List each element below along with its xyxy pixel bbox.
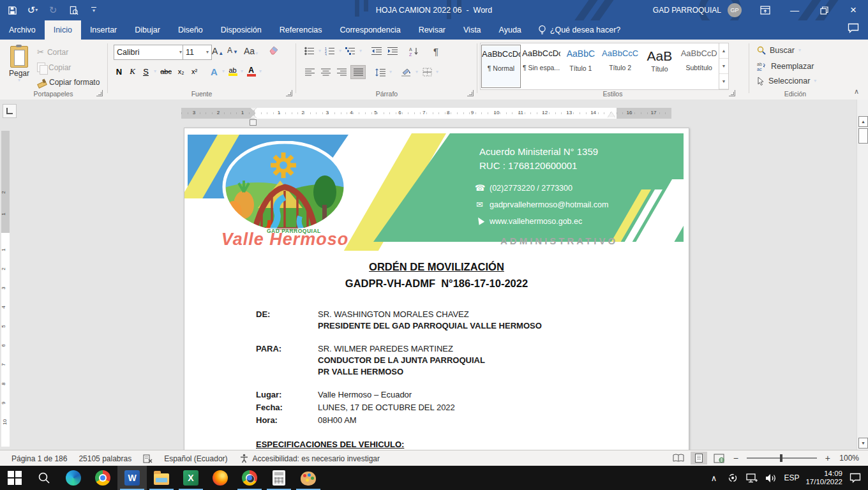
paste-button[interactable]: Pegar ▾ (5, 43, 33, 94)
action-center-button[interactable] (849, 471, 862, 484)
print-preview-button[interactable] (66, 3, 80, 17)
avatar[interactable]: GP (728, 3, 742, 17)
estilos-dialog-launcher[interactable] (729, 90, 735, 96)
shading-dropdown[interactable]: ▾ (415, 70, 418, 75)
align-right-button[interactable] (334, 66, 348, 78)
numbering-button[interactable]: 123 (323, 45, 337, 57)
taskbar-chrome[interactable] (88, 466, 117, 490)
scroll-down-button[interactable]: ▼ (858, 438, 868, 449)
format-painter-button[interactable]: Copiar formato (37, 78, 100, 87)
undo-button[interactable]: ↺▾ (26, 3, 40, 17)
font-size-combo[interactable]: 11▾ (183, 45, 212, 60)
subscript-button[interactable]: x₂ (176, 66, 186, 77)
tab-revisar[interactable]: Revisar (410, 20, 454, 40)
font-color-button[interactable]: A (246, 66, 257, 77)
styles-more-button[interactable]: ▼ (719, 74, 728, 89)
increase-indent-button[interactable] (385, 45, 400, 57)
change-case-button[interactable]: Aa▾ (244, 46, 258, 56)
tray-app-icon[interactable] (726, 471, 739, 484)
underline-dropdown[interactable]: ▾ (154, 69, 156, 74)
bold-button[interactable]: N (114, 66, 124, 77)
zoom-slider-thumb[interactable] (780, 454, 782, 462)
styles-scroll-up[interactable]: ▲ (719, 43, 728, 59)
grow-font-button[interactable]: A▲ (212, 46, 223, 56)
bullets-button[interactable] (303, 45, 317, 57)
align-left-button[interactable] (303, 66, 317, 78)
minimize-button[interactable]: — (780, 0, 809, 20)
superscript-button[interactable]: x² (189, 66, 200, 77)
show-marks-button[interactable]: ¶ (429, 45, 443, 57)
bullets-dropdown[interactable]: ▾ (318, 48, 321, 54)
justify-button[interactable] (350, 65, 366, 79)
account-name[interactable]: GAD PARROQUIAL (653, 6, 721, 15)
highlight-dropdown[interactable]: ▾ (241, 69, 243, 74)
tray-clock[interactable]: 14:09 17/10/2022 (805, 470, 842, 486)
styles-scroll-down[interactable]: ▼ (719, 59, 728, 74)
word-count[interactable]: 25105 palabras (79, 454, 131, 463)
tab-disposicion[interactable]: Disposición (212, 20, 271, 40)
text-effects-dropdown[interactable]: ▾ (222, 69, 225, 74)
zoom-out-button[interactable]: − (731, 453, 740, 463)
select-button[interactable]: Seleccionar▾ (757, 77, 816, 85)
left-indent-box[interactable] (250, 119, 257, 126)
taskbar-chrome-profile[interactable] (235, 466, 264, 490)
language-indicator[interactable]: Español (Ecuador) (164, 454, 227, 463)
replace-button[interactable]: abac Reemplazar (757, 61, 814, 71)
underline-button[interactable]: S (140, 66, 151, 77)
clear-formatting-button[interactable] (268, 45, 280, 55)
text-effects-button[interactable]: A (209, 66, 220, 77)
style-titulo-2[interactable]: AaBbCcCTítulo 2 (601, 45, 640, 88)
portapapeles-dialog-launcher[interactable] (96, 90, 103, 96)
sort-button[interactable]: AZ (407, 45, 421, 57)
multilevel-list-button[interactable] (343, 45, 357, 57)
tab-vista[interactable]: Vista (454, 20, 490, 40)
tab-correspondencia[interactable]: Correspondencia (331, 20, 409, 40)
fuente-dialog-launcher[interactable] (286, 90, 292, 96)
style-sin-espaciado[interactable]: AaBbCcDc¶ Sin espa... (522, 45, 560, 88)
indent-markers[interactable] (250, 108, 256, 119)
scroll-up-button[interactable]: ▲ (858, 116, 868, 127)
proofing-status[interactable] (143, 454, 153, 463)
ribbon-display-options-button[interactable] (751, 0, 780, 20)
italic-button[interactable]: K (127, 66, 138, 77)
taskbar-word[interactable]: W (117, 466, 147, 490)
numbering-dropdown[interactable]: ▾ (339, 48, 341, 54)
taskbar-firefox[interactable] (206, 466, 235, 490)
style-titulo-1[interactable]: AaBbCTítulo 1 (562, 45, 600, 88)
paste-dropdown[interactable]: ▾ (5, 78, 33, 83)
align-center-button[interactable] (318, 66, 333, 78)
right-indent-marker[interactable] (608, 112, 615, 117)
redo-button[interactable]: ↻ (46, 3, 60, 17)
start-button[interactable] (0, 466, 29, 490)
tab-diseno[interactable]: Diseño (169, 20, 212, 40)
restore-button[interactable] (809, 0, 839, 20)
zoom-slider[interactable] (747, 457, 817, 459)
print-layout-button[interactable] (691, 452, 707, 464)
taskbar-search-button[interactable] (29, 466, 59, 490)
taskbar-edge[interactable] (59, 466, 88, 490)
multilevel-dropdown[interactable]: ▾ (359, 48, 362, 54)
vertical-scrollbar[interactable]: ▲ ▼ (857, 100, 868, 450)
comments-button[interactable] (848, 23, 859, 36)
accessibility-status[interactable]: Accesibilidad: es necesario investigar (239, 454, 380, 463)
taskbar-file-explorer[interactable] (147, 466, 176, 490)
line-spacing-dropdown[interactable]: ▾ (389, 70, 392, 75)
style-subtitulo[interactable]: AaBbCcDSubtítulo (680, 45, 718, 88)
document-page[interactable]: Acuerdo Ministerial N° 1359 RUC : 176812… (184, 128, 689, 450)
strikethrough-button[interactable]: abc (159, 66, 173, 77)
volume-icon[interactable] (765, 471, 777, 484)
find-button[interactable]: Buscar▾ (757, 46, 801, 55)
font-color-dropdown[interactable]: ▾ (259, 69, 262, 74)
v-ruler[interactable]: 2112345678910 (1, 131, 10, 447)
taskbar-excel[interactable]: X (176, 466, 206, 490)
taskbar-paint[interactable] (294, 466, 323, 490)
tab-referencias[interactable]: Referencias (271, 20, 331, 40)
zoom-level[interactable]: 100% (836, 454, 859, 463)
taskbar-calculator[interactable] (264, 466, 294, 490)
page-indicator[interactable]: Página 1 de 186 (11, 454, 67, 463)
styles-gallery-scroll[interactable]: ▲ ▼ ▼ (719, 43, 728, 89)
borders-button[interactable] (420, 66, 434, 78)
scroll-thumb[interactable] (858, 128, 868, 144)
save-button[interactable] (5, 3, 19, 17)
style-normal[interactable]: AaBbCcDc¶ Normal (481, 45, 521, 88)
